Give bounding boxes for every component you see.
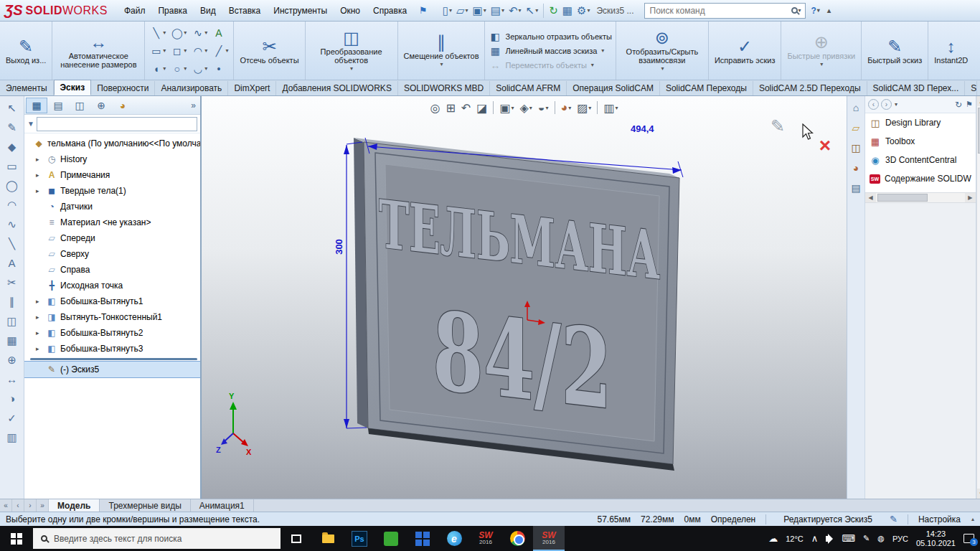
print-button[interactable]: ▤▾ <box>489 2 507 19</box>
tab-solidcam-25d[interactable]: SolidCAM 2.5D Переходы <box>753 81 867 95</box>
edit-appearance-button[interactable]: ◕▾ <box>559 99 574 116</box>
open-button[interactable]: ▱▾ <box>454 2 471 19</box>
chevron-down-icon[interactable]: ▾ <box>601 47 604 54</box>
chevron-down-icon[interactable]: ▾ <box>204 47 207 54</box>
design-library-icon[interactable]: ◫ <box>851 142 860 154</box>
chevron-down-icon[interactable]: ▾ <box>546 105 549 111</box>
chevron-down-icon[interactable]: ▾ <box>661 65 664 73</box>
first-tab-icon[interactable]: « <box>0 499 12 512</box>
taskbar-clock[interactable]: 14:23 05.10.2021 <box>916 529 956 548</box>
left-toolbar-icon[interactable]: ◯ <box>6 179 18 192</box>
pin-panel-icon[interactable]: ⚑ <box>966 100 973 109</box>
network-icon[interactable]: ◍ <box>877 534 885 543</box>
panel-chevron-icon[interactable]: » <box>188 100 199 110</box>
chevron-down-icon[interactable]: ▾ <box>184 47 187 54</box>
centerline-tool-button[interactable]: ╱▾ <box>211 42 230 60</box>
spline-tool-button[interactable]: ∿▾ <box>190 24 209 42</box>
language-indicator[interactable]: РУС <box>892 534 908 543</box>
tab-mbd[interactable]: SOLIDWORKS MBD <box>398 81 490 95</box>
tree-item-annotations[interactable]: ▸ A Примечания <box>24 167 200 183</box>
tree-item-front-plane[interactable]: ▱ Спереди <box>24 230 200 246</box>
tab-truncated-1[interactable]: Sol... <box>965 81 977 95</box>
task-pane-item-3d-contentcentral[interactable]: ◉ 3D ContentCentral <box>865 151 976 169</box>
tree-item-sketch5[interactable]: ✎ (-) Эскиз5 <box>24 362 200 377</box>
previous-tab-icon[interactable]: ‹ <box>12 499 24 512</box>
tab-feature-manager[interactable]: ▦ <box>26 98 47 113</box>
zoom-area-button[interactable]: ⊞ <box>443 99 457 116</box>
pen-icon[interactable]: ✎ <box>863 534 870 543</box>
section-view-button[interactable]: ◪ <box>474 99 489 116</box>
status-settings-button[interactable]: Настройка <box>918 514 961 524</box>
left-toolbar-icon[interactable]: ∥ <box>9 296 15 309</box>
chevron-down-icon[interactable]: ▾ <box>163 65 166 72</box>
tab-addins[interactable]: Добавления SOLIDWORKS <box>276 81 398 95</box>
arc3-tool-button[interactable]: ◡▾ <box>190 60 209 77</box>
save-button[interactable]: ▣▾ <box>471 2 489 19</box>
expander-icon[interactable]: ▸ <box>36 329 44 336</box>
chevron-down-icon[interactable]: ▾ <box>501 7 504 14</box>
start-button[interactable] <box>0 526 33 551</box>
action-center-icon[interactable]: 3 <box>963 534 974 543</box>
file-explorer-icon[interactable]: ▱ <box>852 122 860 133</box>
tab-solidcam-operation[interactable]: Операция SolidCAM <box>567 81 660 95</box>
rollback-bar[interactable] <box>30 358 197 360</box>
chevron-down-icon[interactable]: ▾ <box>616 105 618 111</box>
view-settings-button[interactable]: ▥▾ <box>601 99 620 116</box>
expander-icon[interactable]: ▸ <box>36 298 44 305</box>
tab-solidcam-3d[interactable]: SolidCAM 3D Перех... <box>867 81 966 95</box>
apply-scene-button[interactable]: ▨▾ <box>575 99 593 116</box>
offset-entities-button[interactable]: ∥ Смещение объектов ▾ <box>402 30 481 72</box>
left-toolbar-icon[interactable]: ▭ <box>6 160 17 173</box>
arc-tool-button[interactable]: ◠▾ <box>190 42 209 60</box>
chevron-down-icon[interactable]: ▾ <box>512 105 514 111</box>
left-toolbar-icon[interactable]: ⊕ <box>7 354 17 367</box>
doc-tab-animation[interactable]: Анимация1 <box>191 499 254 512</box>
tree-item-sensors[interactable]: ◔ Датчики <box>24 199 200 215</box>
tree-item-material[interactable]: ≡ Материал <не указан> <box>24 215 200 230</box>
tree-item-top-plane[interactable]: ▱ Сверху <box>24 246 200 262</box>
chevron-down-icon[interactable]: ▾ <box>350 65 353 73</box>
command-search-input[interactable] <box>649 5 791 17</box>
temperature-label[interactable]: 12°C <box>786 534 804 543</box>
trim-entities-button[interactable]: ✂ Отсечь объекты <box>237 34 301 67</box>
tab-solidcam-afrm[interactable]: SolidCAM AFRM <box>490 81 567 95</box>
select-button[interactable]: ↖▾ <box>524 2 541 19</box>
command-search[interactable]: ▾ <box>644 3 806 19</box>
left-toolbar-icon[interactable]: ✓ <box>7 412 17 425</box>
chevron-down-icon[interactable]: ▾ <box>440 60 443 69</box>
dimension-height-value[interactable]: 300 <box>334 239 344 255</box>
tab-solidcam-transitions[interactable]: SolidCAM Переходы <box>660 81 753 95</box>
left-toolbar-icon[interactable]: ◠ <box>7 199 17 212</box>
weather-cloud-icon[interactable]: ☁ <box>768 533 778 544</box>
dimension-width-value[interactable]: 494,4 <box>631 123 654 134</box>
tab-evaluate[interactable]: Анализировать <box>155 81 228 95</box>
exit-sketch-button[interactable]: ✎ Выход из... <box>4 34 48 67</box>
left-toolbar-icon[interactable]: A <box>8 257 15 270</box>
slot-tool-button[interactable]: ◖▾ <box>149 60 167 77</box>
left-toolbar-icon[interactable]: ◫ <box>6 315 17 328</box>
expander-icon[interactable]: ▸ <box>36 187 44 194</box>
refresh-icon[interactable]: ↻ <box>955 100 962 110</box>
left-toolbar-icon[interactable]: ↔ <box>6 373 17 386</box>
chevron-down-icon[interactable]: ▾ <box>184 29 187 36</box>
tab-surfaces[interactable]: Поверхности <box>91 81 155 95</box>
chevron-down-icon[interactable]: ▾ <box>163 29 166 36</box>
chevron-down-icon[interactable]: ▾ <box>895 101 897 108</box>
rectangle2-tool-button[interactable]: ◻▾ <box>169 42 188 60</box>
doc-tab-3d-views[interactable]: Трехмерные виды <box>100 499 190 512</box>
hidden-icons-chevron[interactable]: ∧ <box>811 533 819 544</box>
line-tool-button[interactable]: ╲▾ <box>149 24 167 42</box>
tree-item-boss-extrude1[interactable]: ▸ ◧ Бобышка-Вытянуть1 <box>24 293 200 309</box>
instant2d-button[interactable]: ↕ Instant2D <box>932 34 970 67</box>
smart-dimension-button[interactable]: ↔ Автоматическое нанесение размеров <box>56 30 141 72</box>
zoom-fit-button[interactable]: ◎ <box>428 99 442 116</box>
graphics-viewport[interactable]: ТЕЛЬМАНА 84/2 494,4 300 <box>202 96 847 499</box>
chevron-up-icon[interactable]: ▴ <box>971 516 974 522</box>
left-toolbar-icon[interactable]: ∿ <box>7 218 17 231</box>
task-pane-item-toolbox[interactable]: ▦ Toolbox <box>865 132 976 151</box>
repair-sketch-button[interactable]: ✓ Исправить эскиз <box>712 34 778 67</box>
task-pane-horizontal-scrollbar[interactable]: ◀ ▶ <box>865 192 976 203</box>
circle-tool-button[interactable]: ◯▾ <box>169 24 188 42</box>
chevron-down-icon[interactable]: ▾ <box>466 7 468 14</box>
scroll-right-icon[interactable]: ▶ <box>965 193 976 202</box>
